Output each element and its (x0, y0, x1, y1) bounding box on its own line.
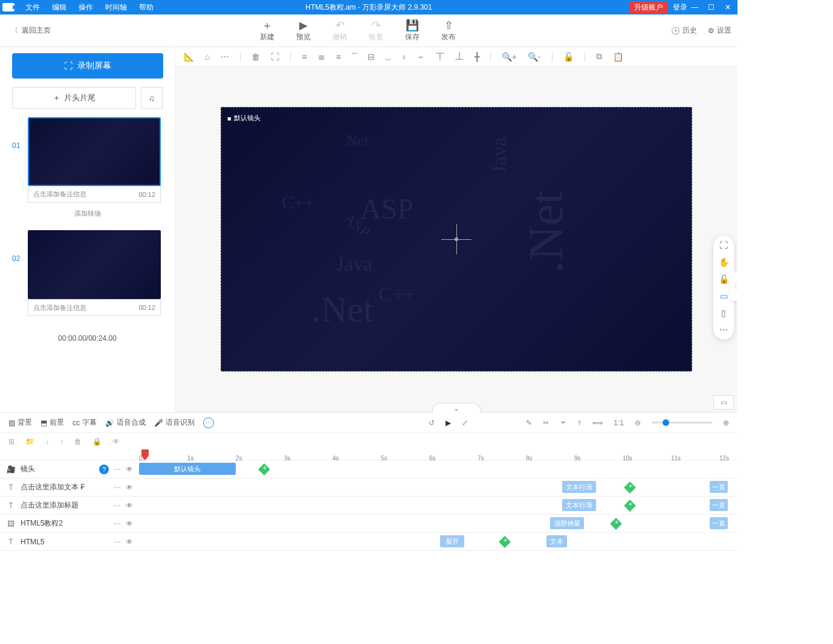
expand-timeline[interactable]: ⌄ (432, 403, 481, 413)
tool-保存[interactable]: 💾保存 (394, 19, 430, 42)
track-menu[interactable]: ⋯ (114, 538, 121, 546)
clip-block[interactable]: 顶部伸展 (550, 517, 584, 529)
edit-icon[interactable]: ✎ (526, 419, 532, 427)
align-right-icon[interactable]: ≡ (336, 52, 341, 62)
tab-前景[interactable]: ⬒前景 (41, 417, 64, 428)
visibility-icon[interactable]: 👁 (126, 483, 133, 492)
clip-block[interactable]: 文本 (546, 535, 567, 547)
ruler-icon[interactable]: 📐 (184, 52, 194, 62)
clip-01[interactable]: 01 点击添加备注信息00:12 (12, 117, 163, 203)
down-icon[interactable]: ↓ (45, 437, 49, 446)
paste-icon[interactable]: 📋 (613, 52, 623, 62)
clip-02[interactable]: 02 点击添加备注信息00:12 (12, 230, 163, 316)
distribute-h-icon[interactable]: ⫞ (401, 52, 406, 62)
close-button[interactable]: ✕ (721, 3, 735, 11)
track-lane[interactable]: 文本行渐一直 (139, 497, 737, 514)
desktop-icon[interactable]: ▭ (720, 291, 728, 301)
crop-icon[interactable]: ⛶ (271, 52, 279, 62)
zoom-plus-icon[interactable]: ⊕ (723, 419, 729, 427)
track-name[interactable]: 镜头 (21, 464, 92, 474)
track-menu[interactable]: ⋯ (114, 483, 121, 492)
align-b-icon[interactable]: 丄 (455, 51, 464, 62)
delete-icon[interactable]: 🗑 (74, 437, 82, 446)
clip-block[interactable]: 文本行渐 (562, 499, 596, 511)
clip-block[interactable]: 一直 (710, 517, 728, 529)
more-icon[interactable]: ⋯ (221, 52, 229, 62)
keyframe-diamond[interactable] (258, 463, 270, 475)
keyframe-diamond[interactable] (499, 536, 511, 548)
keyframe-diamond[interactable] (624, 481, 636, 494)
align-left-icon[interactable]: ≡ (302, 52, 306, 62)
keyframe-diamond[interactable] (610, 518, 622, 530)
align-m-icon[interactable]: ╋ (475, 52, 479, 62)
preview-frame[interactable]: ■默认镜头 ASP Java .Net C++ C++ ASP Java .Ne… (221, 107, 692, 372)
visibility-icon[interactable]: 👁 (126, 501, 133, 510)
track-name[interactable]: 点击这里添加标题 (21, 500, 109, 510)
record-button[interactable]: ⛶录制屏幕 (12, 53, 163, 79)
music-button[interactable]: ♫ (141, 87, 163, 109)
align-middle-icon[interactable]: ⊟ (368, 52, 375, 62)
tool-新建[interactable]: ＋新建 (249, 19, 285, 42)
lock-icon[interactable]: 🔓 (719, 274, 729, 284)
rewind-icon[interactable]: ↺ (429, 419, 435, 427)
clip-block[interactable]: 文本行渐 (562, 481, 596, 493)
track-lane[interactable]: 展开文本 (139, 533, 737, 550)
zoom-minus-icon[interactable]: ⊖ (635, 419, 641, 427)
menu-action[interactable]: 操作 (73, 2, 99, 13)
magnet-icon[interactable]: ⫯ (578, 419, 582, 427)
visibility-icon[interactable]: 👁 (126, 538, 133, 546)
clip-note[interactable]: 点击添加备注信息 (33, 303, 86, 312)
tool-发布[interactable]: ⇧发布 (430, 19, 467, 42)
help-icon[interactable]: ? (99, 465, 109, 474)
fit-icon[interactable]: ⟺ (592, 419, 603, 427)
home-icon[interactable]: ⌂ (205, 52, 210, 62)
zoom-slider[interactable] (652, 422, 712, 423)
cut-icon[interactable]: ✂ (543, 419, 549, 427)
hand-icon[interactable]: ✋ (719, 257, 729, 267)
tab-语音合成[interactable]: 🔊语音合成 (105, 417, 146, 428)
login-button[interactable]: 登录 (673, 2, 687, 13)
aspect-button[interactable]: ▭ (713, 395, 734, 410)
folder-icon[interactable]: 📁 (25, 437, 34, 446)
play-icon[interactable]: ▶ (446, 419, 451, 427)
copy-icon[interactable]: ⧉ (596, 51, 602, 62)
upgrade-button[interactable]: 升级账户 (629, 1, 668, 14)
settings-button[interactable]: ⚙设置 (708, 25, 731, 36)
add-track-icon[interactable]: ⊞ (8, 437, 15, 446)
visibility-icon[interactable]: 👁 (126, 520, 133, 528)
tab-背景[interactable]: ▨背景 (8, 417, 32, 428)
align-center-icon[interactable]: ≣ (318, 52, 325, 62)
clip-thumbnail[interactable] (28, 230, 161, 299)
eye-icon[interactable]: 👁 (112, 437, 120, 446)
track-menu[interactable]: ⋯ (114, 520, 121, 528)
history-button[interactable]: 🕒历史 (671, 25, 697, 36)
keyframe-diamond[interactable] (624, 500, 636, 512)
titles-button[interactable]: ＋片头片尾 (12, 87, 136, 109)
more-dots-icon[interactable]: ⋯ (719, 325, 728, 335)
lock-track-icon[interactable]: 🔒 (92, 437, 102, 446)
back-button[interactable]: 〈 返回主页 (6, 23, 56, 38)
menu-help[interactable]: 帮助 (133, 2, 160, 13)
clip-block[interactable]: 一直 (710, 499, 728, 511)
align-t-icon[interactable]: 丅 (436, 51, 444, 62)
menu-edit[interactable]: 编辑 (46, 2, 73, 13)
zoom-in-icon[interactable]: 🔍+ (502, 52, 517, 62)
edge-handle[interactable]: 〈 (730, 272, 737, 301)
track-lane[interactable]: 文本行渐一直 (139, 478, 737, 496)
tool-预览[interactable]: ▶预览 (285, 19, 322, 42)
menu-timeline[interactable]: 时间轴 (99, 2, 133, 13)
expand-icon[interactable]: ⤢ (462, 419, 468, 427)
add-transition[interactable]: 添加转场 (12, 203, 163, 222)
track-menu[interactable]: ⋯ (114, 465, 121, 474)
tab-字幕[interactable]: cc字幕 (73, 417, 97, 428)
clip-thumbnail[interactable] (28, 117, 161, 186)
tab-语音识别[interactable]: 🎤语音识别 (154, 417, 195, 428)
track-name[interactable]: HTML5教程2 (21, 518, 109, 529)
track-menu[interactable]: ⋯ (114, 501, 121, 510)
track-name[interactable]: HTML5 (21, 538, 109, 546)
trash-icon[interactable]: 🗑 (251, 52, 260, 62)
canvas[interactable]: ■默认镜头 ASP Java .Net C++ C++ ASP Java .Ne… (175, 66, 737, 412)
track-name[interactable]: 点击这里添加文本 ₣ (21, 482, 109, 492)
align-top-icon[interactable]: ⎴ (352, 52, 357, 62)
clip-block[interactable]: 默认镜头 (139, 463, 236, 475)
